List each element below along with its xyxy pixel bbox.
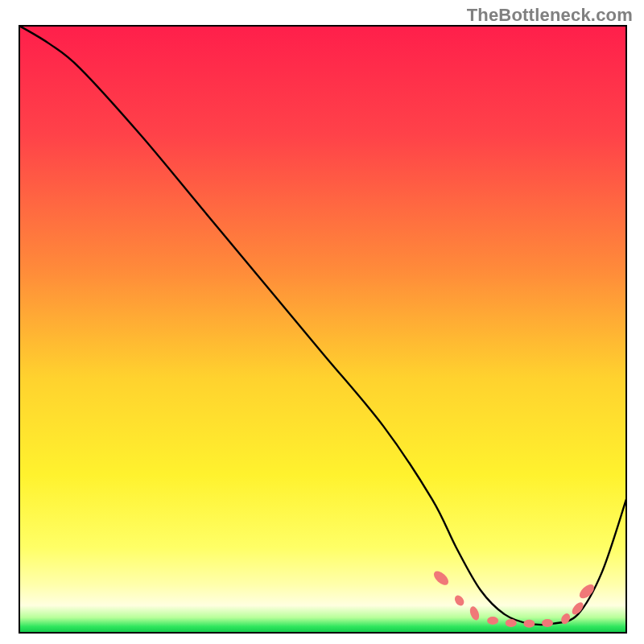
gradient-background bbox=[19, 26, 626, 633]
sweet-spot-marker bbox=[542, 619, 553, 627]
bottleneck-chart bbox=[0, 0, 644, 644]
attribution-text: TheBottleneck.com bbox=[467, 5, 633, 26]
sweet-spot-marker bbox=[487, 617, 498, 625]
sweet-spot-marker bbox=[506, 619, 517, 627]
chart-root: TheBottleneck.com bbox=[0, 0, 644, 644]
sweet-spot-marker bbox=[523, 620, 535, 628]
